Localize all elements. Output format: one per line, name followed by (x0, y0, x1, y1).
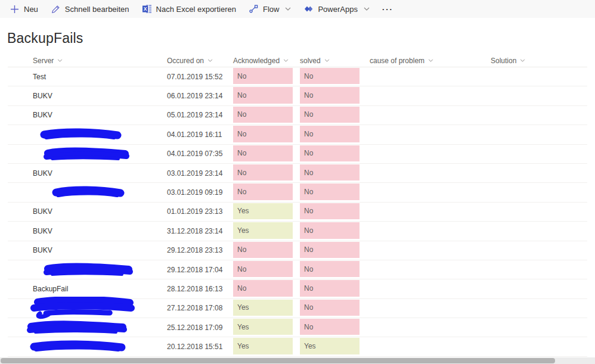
table-row[interactable]: BUKV01.01.2019 23:13YesNo (8, 203, 587, 222)
solved-cell[interactable]: No (300, 183, 360, 201)
new-button[interactable]: Neu (4, 0, 45, 18)
table-row[interactable]: 29.12.2018 17:04NoNo (8, 260, 587, 279)
acknowledged-cell[interactable]: No (233, 106, 293, 125)
solution-cell[interactable] (491, 260, 587, 279)
solved-cell[interactable]: No (300, 125, 360, 144)
column-header-acknowledged[interactable]: Acknowledged (233, 54, 293, 67)
cause-of-problem-cell[interactable] (370, 299, 491, 318)
solved-cell[interactable]: No (300, 164, 360, 182)
solved-cell[interactable]: No (300, 299, 360, 318)
acknowledged-cell[interactable]: No (233, 183, 293, 201)
cause-of-problem-cell[interactable] (370, 203, 491, 221)
acknowledged-cell[interactable]: Yes (233, 222, 293, 240)
row-select-gutter[interactable] (8, 337, 33, 356)
cause-of-problem-cell[interactable] (370, 222, 491, 240)
solution-cell[interactable] (491, 241, 587, 260)
more-commands-button[interactable]: ··· (376, 0, 399, 18)
acknowledged-cell[interactable]: Yes (233, 299, 293, 318)
row-select-gutter[interactable] (8, 279, 33, 298)
acknowledged-cell[interactable]: Yes (233, 337, 293, 356)
acknowledged-cell[interactable]: No (233, 145, 293, 163)
table-row[interactable]: 04.01.2019 07:35NoNo (8, 145, 587, 164)
row-select-gutter[interactable] (8, 125, 33, 144)
acknowledged-cell[interactable]: No (233, 86, 293, 105)
cause-of-problem-cell[interactable] (370, 337, 491, 356)
solution-cell[interactable] (491, 337, 587, 356)
acknowledged-cell[interactable]: No (233, 241, 293, 260)
row-select-gutter[interactable] (8, 222, 33, 240)
scrollbar-thumb[interactable] (1, 358, 555, 363)
column-header-solution[interactable]: Solution (491, 54, 587, 67)
solution-cell[interactable] (491, 318, 587, 337)
row-select-gutter[interactable] (8, 67, 33, 86)
table-row[interactable]: 04.01.2019 16:11NoNo (8, 125, 587, 144)
solution-cell[interactable] (491, 106, 587, 125)
solution-cell[interactable] (491, 164, 587, 182)
solved-cell[interactable]: No (300, 222, 360, 240)
table-row[interactable]: 25.12.2018 17:09YesNo (8, 318, 587, 337)
solution-cell[interactable] (491, 145, 587, 163)
solution-cell[interactable] (491, 125, 587, 144)
row-select-gutter[interactable] (8, 203, 33, 221)
cause-of-problem-cell[interactable] (370, 67, 491, 86)
row-select-gutter[interactable] (8, 241, 33, 260)
table-row[interactable]: BUKV06.01.2019 23:14NoNo (8, 86, 587, 105)
row-select-gutter[interactable] (8, 164, 33, 182)
acknowledged-cell[interactable]: No (233, 125, 293, 144)
table-row[interactable]: 27.12.2018 17:08YesNo (8, 299, 587, 318)
cause-of-problem-cell[interactable] (370, 279, 491, 298)
solution-cell[interactable] (491, 222, 587, 240)
table-row[interactable]: BUKV03.01.2019 23:14NoNo (8, 164, 587, 183)
table-row[interactable]: Test07.01.2019 15:52NoNo (8, 67, 587, 86)
solved-cell[interactable]: No (300, 106, 360, 125)
solved-cell[interactable]: No (300, 279, 360, 298)
row-select-gutter[interactable] (8, 145, 33, 163)
cause-of-problem-cell[interactable] (370, 86, 491, 105)
table-row[interactable]: BackupFail28.12.2018 16:13NoNo (8, 279, 587, 298)
table-row[interactable]: BUKV29.12.2018 23:13NoNo (8, 241, 587, 260)
acknowledged-cell[interactable]: Yes (233, 318, 293, 337)
powerapps-button[interactable]: PowerApps (298, 0, 376, 18)
flow-button[interactable]: Flow (243, 0, 298, 18)
export-excel-button[interactable]: X Nach Excel exportieren (136, 0, 243, 18)
column-header-solved[interactable]: solved (300, 54, 360, 67)
solution-cell[interactable] (491, 183, 587, 201)
row-select-gutter[interactable] (8, 86, 33, 105)
cause-of-problem-cell[interactable] (370, 318, 491, 337)
acknowledged-cell[interactable]: No (233, 260, 293, 279)
cause-of-problem-cell[interactable] (370, 125, 491, 144)
solved-cell[interactable]: No (300, 86, 360, 105)
solved-cell[interactable]: No (300, 67, 360, 86)
solution-cell[interactable] (491, 299, 587, 318)
cause-of-problem-cell[interactable] (370, 164, 491, 182)
acknowledged-cell[interactable]: No (233, 67, 293, 86)
solved-cell[interactable]: No (300, 203, 360, 221)
solved-cell[interactable]: Yes (300, 337, 360, 356)
cause-of-problem-cell[interactable] (370, 106, 491, 125)
solved-cell[interactable]: No (300, 241, 360, 260)
column-header-occured-on[interactable]: Occured on (167, 54, 233, 67)
column-header-server[interactable]: Server (33, 54, 167, 67)
acknowledged-cell[interactable]: Yes (233, 203, 293, 221)
table-row[interactable]: BUKV31.12.2018 23:14YesNo (8, 222, 587, 241)
quick-edit-button[interactable]: Schnell bearbeiten (45, 0, 136, 18)
column-header-cause-of-problem[interactable]: cause of problem (370, 54, 491, 67)
table-row[interactable]: 20.12.2018 15:51YesYes (8, 337, 587, 356)
horizontal-scrollbar[interactable] (0, 357, 595, 364)
cause-of-problem-cell[interactable] (370, 241, 491, 260)
cause-of-problem-cell[interactable] (370, 145, 491, 163)
row-select-gutter[interactable] (8, 299, 33, 318)
solution-cell[interactable] (491, 86, 587, 105)
row-select-gutter[interactable] (8, 318, 33, 337)
cause-of-problem-cell[interactable] (370, 260, 491, 279)
acknowledged-cell[interactable]: No (233, 279, 293, 298)
solution-cell[interactable] (491, 203, 587, 221)
solved-cell[interactable]: No (300, 318, 360, 337)
row-select-gutter[interactable] (8, 183, 33, 201)
row-select-gutter[interactable] (8, 260, 33, 279)
cause-of-problem-cell[interactable] (370, 183, 491, 201)
row-select-gutter[interactable] (8, 106, 33, 125)
acknowledged-cell[interactable]: No (233, 164, 293, 182)
table-row[interactable]: BUKV05.01.2019 23:14NoNo (8, 106, 587, 125)
solved-cell[interactable]: No (300, 145, 360, 163)
